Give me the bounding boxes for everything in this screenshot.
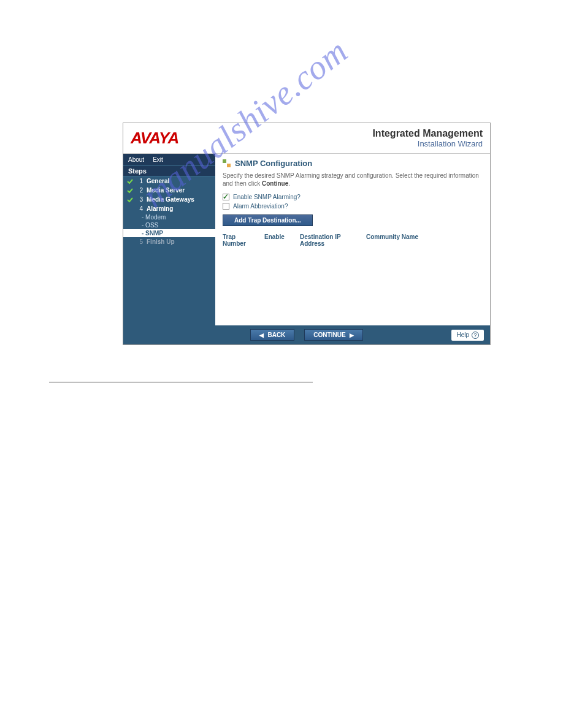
exit-link[interactable]: Exit xyxy=(153,156,163,163)
enable-snmp-checkbox[interactable] xyxy=(223,194,229,200)
step-label: Alarming xyxy=(147,205,173,212)
header-right: Integrated Management Installation Wizar… xyxy=(372,128,483,148)
step-media-server[interactable]: 2 Media Server xyxy=(123,186,215,195)
step-alarming[interactable]: 4 Alarming xyxy=(123,204,215,213)
check-icon xyxy=(127,178,133,184)
step-number: 5 xyxy=(137,238,143,245)
chevron-right-icon: ▶ xyxy=(350,332,354,338)
substep-modem[interactable]: - Modem xyxy=(123,213,215,221)
check-icon xyxy=(127,206,133,212)
step-number: 2 xyxy=(137,187,143,194)
substep-snmp[interactable]: - SNMP xyxy=(123,229,215,237)
steps-sidebar: About Exit Steps 1 General 2 Media Serve… xyxy=(123,154,215,325)
wizard-footer: ◀ BACK CONTINUE ▶ Help ? xyxy=(123,325,490,344)
back-button[interactable]: ◀ BACK xyxy=(250,329,294,341)
step-label: General xyxy=(147,178,169,184)
horizontal-rule xyxy=(49,382,313,382)
step-number: 4 xyxy=(137,205,143,212)
alarm-abbrev-checkbox[interactable] xyxy=(223,203,229,210)
check-icon xyxy=(127,197,133,203)
col-enable: Enable xyxy=(264,233,289,247)
help-button[interactable]: Help ? xyxy=(451,330,484,341)
wizard-header: AVAYA Integrated Management Installation… xyxy=(123,123,490,154)
step-number: 1 xyxy=(137,178,143,184)
step-number: 3 xyxy=(137,196,143,203)
installation-wizard-window: AVAYA Integrated Management Installation… xyxy=(123,123,491,345)
check-icon xyxy=(127,239,133,245)
steps-heading: Steps xyxy=(123,165,215,176)
chevron-left-icon: ◀ xyxy=(259,332,264,338)
add-trap-destination-button[interactable]: Add Trap Destination... xyxy=(223,214,313,226)
continue-button[interactable]: CONTINUE ▶ xyxy=(304,329,362,341)
header-title: Integrated Management xyxy=(372,128,483,139)
step-general[interactable]: 1 General xyxy=(123,176,215,186)
step-finish-up[interactable]: 5 Finish Up xyxy=(123,237,215,246)
sidebar-menu: About Exit xyxy=(123,154,215,165)
step-label: Media Gateways xyxy=(147,196,194,203)
substep-oss[interactable]: - OSS xyxy=(123,221,215,229)
trap-table-header: Trap Number Enable Destination IP Addres… xyxy=(223,231,483,249)
step-label: Finish Up xyxy=(147,238,175,245)
col-destination-ip: Destination IP Address xyxy=(300,233,355,247)
alarm-abbrev-row: Alarm Abbreviation? xyxy=(223,203,483,210)
avaya-logo: AVAYA xyxy=(131,129,178,148)
header-subtitle: Installation Wizard xyxy=(372,139,483,148)
col-trap-number: Trap Number xyxy=(223,233,253,247)
section-title: SNMP Configuration xyxy=(223,159,483,168)
col-community-name: Community Name xyxy=(366,233,418,247)
enable-snmp-row: Enable SNMP Alarming? xyxy=(223,194,483,200)
section-description: Specify the desired SNMP Alarming strate… xyxy=(223,172,483,188)
alarm-abbrev-label: Alarm Abbreviation? xyxy=(233,203,288,210)
check-icon xyxy=(127,188,133,194)
pixel-icon xyxy=(223,159,231,168)
content-panel: SNMP Configuration Specify the desired S… xyxy=(215,154,490,325)
step-media-gateways[interactable]: 3 Media Gateways xyxy=(123,195,215,204)
enable-snmp-label: Enable SNMP Alarming? xyxy=(233,194,301,200)
step-label: Media Server xyxy=(147,187,185,194)
about-link[interactable]: About xyxy=(128,156,144,163)
help-icon: ? xyxy=(472,332,479,339)
